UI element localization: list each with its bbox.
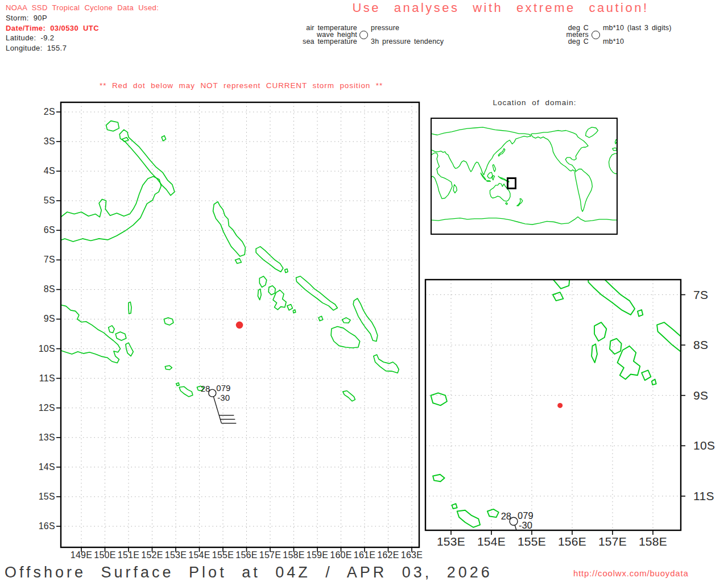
lat-axis-label-main: 15S	[23, 492, 55, 502]
coastline	[457, 510, 480, 527]
lon-axis-label-zoom: 153E	[433, 535, 469, 548]
lat-axis-label-main: 11S	[23, 373, 55, 384]
inset-title: Location of domain:	[455, 98, 614, 107]
coastline	[176, 383, 179, 385]
lat-axis-label-zoom: 11S	[693, 489, 728, 503]
lon-axis-label-main: 153E	[164, 550, 188, 560]
caution-title: Use analyses with extreme caution!	[341, 1, 660, 15]
coastline	[487, 509, 499, 517]
coastline	[431, 393, 447, 405]
legend-mb10-tendency: mb*10	[603, 38, 624, 45]
coastline	[642, 370, 651, 380]
domain-box	[508, 178, 516, 189]
coastline	[268, 286, 275, 295]
coastline	[287, 305, 293, 310]
coastline	[164, 318, 173, 325]
coastline	[296, 276, 338, 310]
lat-axis-label-main: 12S	[23, 403, 55, 413]
lon-axis-label-zoom: 158E	[635, 535, 671, 548]
lon-axis-label-main: 158E	[282, 550, 306, 560]
coastline	[374, 355, 399, 373]
lat-axis-label-main: 14S	[23, 462, 55, 472]
coastline	[427, 83, 434, 92]
world-coastline	[613, 148, 617, 151]
coastline	[452, 504, 457, 509]
lon-axis-label-main: 156E	[235, 550, 259, 560]
coastline	[433, 475, 445, 481]
lon-axis-label-main: 149E	[69, 550, 93, 560]
world-coastline	[486, 181, 490, 181]
lat-axis-label-zoom: 7S	[693, 288, 728, 302]
coastline	[343, 391, 355, 401]
station-plot: 28079-30	[201, 383, 237, 423]
coastline	[331, 327, 360, 348]
coastline	[213, 202, 246, 256]
lon-axis-label-zoom: 156E	[554, 535, 590, 548]
lat-axis-label-main: 6S	[23, 225, 55, 235]
legend-mb10-pressure: mb*10 (last 3 digits)	[603, 24, 672, 31]
station-legend-symbols: air temperature wave height sea temperat…	[284, 24, 455, 47]
main-map: 28079-30	[61, 102, 419, 547]
world-coastline	[493, 165, 495, 172]
coastline	[285, 269, 288, 273]
world-inset-map	[431, 118, 617, 234]
storm-latitude: Latitude: -9.2	[6, 33, 159, 43]
offshore-surface-plot: NOAA SSD Tropical Cyclone Data Used: Sto…	[0, 0, 728, 582]
coastline	[342, 318, 351, 323]
coastline	[592, 344, 597, 363]
lon-axis-label-main: 163E	[400, 550, 424, 560]
coastline	[235, 259, 242, 264]
lon-axis-label-main: 161E	[353, 550, 377, 560]
lat-axis-label-main: 4S	[23, 166, 55, 176]
lat-axis-label-zoom: 9S	[693, 389, 728, 402]
coastline	[122, 138, 129, 142]
world-coastline	[517, 199, 523, 206]
station-air-temp: 28	[201, 384, 210, 393]
coastline	[318, 316, 322, 321]
lon-axis-label-zoom: 154E	[473, 535, 510, 548]
coastline	[638, 310, 643, 317]
storm-position-warning: ** Red dot below may NOT represent CURRE…	[100, 81, 383, 90]
legend-sea-temperature: sea temperature	[303, 38, 357, 45]
station-tendency: -30	[519, 520, 532, 530]
legend-deg-c-sea: deg C	[568, 38, 589, 45]
world-coastline	[575, 169, 593, 212]
lat-axis-label-main: 2S	[23, 107, 55, 117]
lat-axis-label-main: 16S	[23, 521, 55, 531]
coastline	[115, 332, 126, 340]
legend-pressure-tendency: 3h pressure tendency	[371, 38, 444, 45]
coastline	[61, 177, 161, 242]
coastline	[332, 58, 354, 76]
world-coastline	[586, 127, 598, 138]
lon-axis-label-main: 160E	[329, 550, 353, 560]
station-circle-icon	[359, 31, 368, 39]
lat-axis-label-main: 13S	[23, 433, 55, 443]
lat-axis-label-main: 5S	[23, 196, 55, 206]
lat-axis-label-zoom: 10S	[693, 439, 728, 452]
coastline	[129, 302, 131, 314]
coastline	[293, 310, 296, 313]
lon-axis-label-zoom: 155E	[514, 535, 550, 548]
storm-longitude: Longitude: 155.7	[6, 43, 159, 53]
lat-axis-label-main: 7S	[23, 255, 55, 265]
coastline	[594, 322, 606, 341]
plot-title: Offshore Surface Plot at 04Z / APR 03, 2…	[5, 564, 493, 581]
zoom-map: 28079-30	[425, 280, 681, 530]
lon-axis-label-main: 150E	[93, 550, 117, 560]
noaa-source-line: NOAA SSD Tropical Cyclone Data Used:	[6, 3, 159, 13]
lat-axis-label-main: 10S	[23, 344, 55, 354]
lon-axis-label-main: 157E	[258, 550, 282, 560]
station-pressure: 079	[518, 510, 533, 521]
world-coastline	[431, 153, 452, 199]
lat-axis-label-main: 8S	[23, 284, 55, 294]
coastline	[165, 365, 172, 369]
world-coastline	[431, 217, 617, 225]
coastline	[610, 339, 622, 354]
coastline	[652, 379, 656, 385]
world-coastline	[453, 185, 457, 193]
lon-axis-label-zoom: 157E	[594, 535, 631, 548]
coastline	[259, 276, 267, 287]
world-coastline	[609, 153, 618, 173]
coastline	[353, 298, 378, 342]
world-coastline	[506, 203, 508, 205]
